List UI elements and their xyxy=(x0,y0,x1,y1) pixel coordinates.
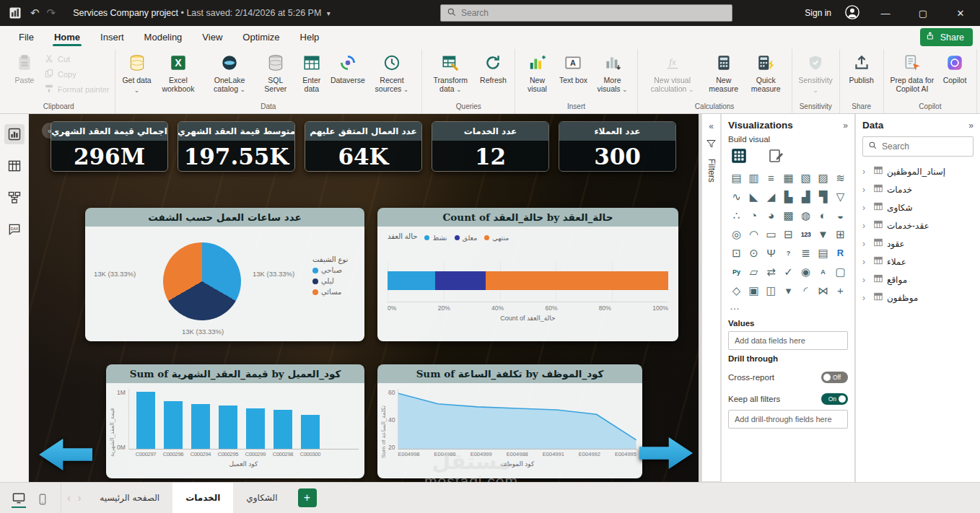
map-icon[interactable]: ◍ xyxy=(797,207,814,224)
ribbon-button-format-painter[interactable]: Format painter xyxy=(44,84,110,95)
multi-row-card-icon[interactable]: ⊟ xyxy=(780,226,797,242)
legend-item[interactable]: ليلي xyxy=(312,277,348,285)
expand-chevron-icon[interactable]: › xyxy=(862,239,870,249)
expand-chevron-icon[interactable]: › xyxy=(862,203,870,213)
new-card-icon[interactable]: ◫ xyxy=(763,282,779,299)
ribbon-button-recent-sources[interactable]: Recent sources ⌄ xyxy=(366,49,418,95)
web-layout-icon[interactable] xyxy=(12,488,26,508)
card-icon[interactable]: ▭ xyxy=(763,226,779,242)
account-avatar-icon[interactable] xyxy=(844,4,860,22)
funnel-chart-icon[interactable]: ▽ xyxy=(832,188,849,205)
ribbon-button-sql-server[interactable]: SQL Server xyxy=(258,49,294,95)
shape-icon[interactable]: ◇ xyxy=(728,282,745,299)
column-chart-visual[interactable]: Sum of قيمة_العقد_الشهرية by كود_العميل … xyxy=(106,364,364,478)
ribbon-button-publish[interactable]: Publish xyxy=(844,49,880,86)
minimize-button[interactable]: — xyxy=(873,8,898,19)
page-tab-[interactable]: الشكاوي xyxy=(233,483,290,513)
table-item[interactable]: ›مواقع xyxy=(862,271,974,289)
table-icon[interactable]: ⊞ xyxy=(832,226,849,242)
pie-chart-icon[interactable]: ◔ xyxy=(745,207,762,224)
power-automate-icon[interactable]: ⇄ xyxy=(763,263,779,280)
metrics-icon[interactable]: ✓ xyxy=(780,263,797,280)
treemap-icon[interactable]: ▩ xyxy=(780,207,797,224)
report-canvas[interactable]: « اجمالي قيمة العقد الشهري296Mمتوسط قيمة… xyxy=(29,114,699,482)
ribbon-button-text-box[interactable]: AText box xyxy=(555,49,591,86)
filters-pane-collapsed[interactable]: « Filters xyxy=(701,114,721,482)
menu-item-file[interactable]: File xyxy=(10,28,43,46)
python-visual-icon[interactable]: Py xyxy=(728,263,745,280)
stacked-area-chart-icon[interactable]: ◢ xyxy=(763,188,779,205)
get-more-visuals-icon[interactable]: + xyxy=(832,282,849,299)
kpi-icon[interactable]: 123 xyxy=(797,226,814,242)
ribbon-button-transform-data[interactable]: Transform data ⌄ xyxy=(426,49,475,95)
table-item[interactable]: ›عقود xyxy=(862,234,974,253)
previous-page-icon[interactable]: ‹ xyxy=(67,492,71,504)
ribbon-button-quick-measure[interactable]: Quick measure xyxy=(744,49,788,95)
ribbon-button-more-visuals[interactable]: More visuals ⌄ xyxy=(591,49,633,95)
redo-icon[interactable]: ↷ xyxy=(47,6,56,19)
bar-segment[interactable] xyxy=(435,271,486,290)
model-view-icon[interactable] xyxy=(4,188,25,208)
paginated-report-icon[interactable]: ▤ xyxy=(815,245,831,261)
stacked-bar-visual[interactable]: Count of حالة_العقد by حالة_العقد حالة ا… xyxy=(377,208,678,341)
scatter-chart-icon[interactable]: ∴ xyxy=(728,207,745,224)
slicer-icon[interactable]: ▼ xyxy=(815,226,831,242)
bar[interactable] xyxy=(136,392,155,449)
shape-map-icon[interactable]: ◒ xyxy=(832,207,849,224)
title-caret-icon[interactable]: ▾ xyxy=(327,9,331,17)
ribbon-button-cut[interactable]: Cut xyxy=(44,53,110,65)
kpi-card[interactable]: عدد العملاء300 xyxy=(559,121,676,172)
menu-item-modeling[interactable]: Modeling xyxy=(136,28,191,46)
ribbon-button-copy[interactable]: Copy xyxy=(44,69,110,80)
ribbon-button-new-measure[interactable]: New measure xyxy=(704,49,744,95)
donut-chart-icon[interactable]: ◕ xyxy=(763,207,779,224)
mobile-layout-icon[interactable] xyxy=(36,490,49,506)
search-input[interactable] xyxy=(461,8,726,18)
expand-chevron-icon[interactable]: › xyxy=(862,167,870,177)
table-item[interactable]: ›عملاء xyxy=(862,253,974,271)
legend-item[interactable]: معلق xyxy=(455,234,478,242)
power-apps-icon[interactable]: ▱ xyxy=(745,263,762,280)
add-drill-through-fields-well[interactable]: Add drill-through fields here xyxy=(728,410,848,429)
gauge-icon[interactable]: ◠ xyxy=(745,226,762,242)
cross-report-toggle[interactable]: Off xyxy=(821,372,848,383)
report-view-icon[interactable] xyxy=(4,124,25,144)
sign-in-button[interactable]: Sign in xyxy=(805,8,831,18)
ribbon-button-copilot[interactable]: Copilot xyxy=(937,49,973,86)
clustered-bar-chart-icon[interactable]: ≡ xyxy=(763,170,779,186)
add-page-button[interactable]: + xyxy=(298,488,317,507)
filled-map-icon[interactable]: ◐ xyxy=(815,207,831,224)
kpi-card[interactable]: متوسط قيمة العقد الشهري197.55K xyxy=(178,121,295,172)
next-page-icon[interactable]: › xyxy=(78,492,82,504)
bar[interactable] xyxy=(274,410,292,449)
kpi-card[interactable]: عدد العمال المتفق عليهم64K xyxy=(305,121,422,172)
bar[interactable] xyxy=(164,401,183,449)
stacked-bar-chart-icon[interactable]: ▤ xyxy=(728,170,745,186)
qna-icon[interactable]: ? xyxy=(780,245,797,261)
key-influencers-icon[interactable]: ⊙ xyxy=(745,245,762,261)
share-button[interactable]: Share xyxy=(920,28,973,46)
area-chart-visual[interactable]: Sum of تكلفة_الساعة by كود_الموظف Sum of… xyxy=(377,364,642,478)
line-and-stacked-column-chart-icon[interactable]: ▙ xyxy=(780,188,797,205)
menu-item-optimize[interactable]: Optimize xyxy=(234,28,288,46)
bar[interactable] xyxy=(246,408,265,449)
build-visual-mode-icon[interactable] xyxy=(730,146,748,165)
image-icon[interactable]: ▣ xyxy=(745,282,762,299)
expand-chevron-icon[interactable]: › xyxy=(862,275,870,285)
ribbon-button-new-visual[interactable]: New visual xyxy=(519,49,555,95)
table-view-icon[interactable] xyxy=(4,156,25,176)
menu-item-insert[interactable]: Insert xyxy=(92,28,133,46)
100-stacked-column-chart-icon[interactable]: ▨ xyxy=(815,170,831,186)
bar-segment[interactable] xyxy=(486,271,668,290)
arcgis-map-icon[interactable]: ◉ xyxy=(797,263,814,280)
bar-segment[interactable] xyxy=(388,271,435,290)
decomposition-tree-icon[interactable]: Ψ xyxy=(763,245,779,261)
button-icon[interactable]: ▢ xyxy=(832,263,849,280)
legend-item[interactable]: صباحي xyxy=(312,266,348,274)
expand-chevron-icon[interactable]: › xyxy=(862,221,870,231)
data-search[interactable] xyxy=(862,136,974,157)
more-visual-options[interactable]: … xyxy=(730,300,848,312)
maximize-button[interactable]: ▢ xyxy=(911,8,935,19)
expand-chevron-icon[interactable]: › xyxy=(862,185,870,195)
menu-item-view[interactable]: View xyxy=(193,28,231,46)
